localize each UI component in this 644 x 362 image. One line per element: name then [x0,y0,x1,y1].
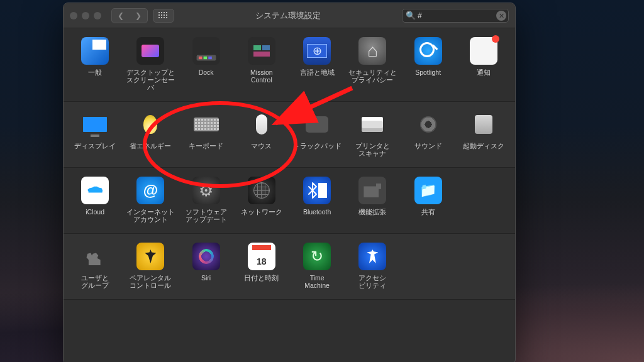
pref-pane-label: 機能拡張 [358,208,386,223]
pref-pane-label: 起動ディスク [463,142,504,157]
security-icon [358,37,386,65]
pref-pane-general[interactable]: 一般 [67,36,123,92]
pref-pane-label: デスクトップと スクリーンセーバ [124,69,177,91]
pref-pane-label: Bluetooth [303,208,331,223]
pref-pane-label: マウス [251,142,272,157]
show-all-button[interactable] [153,9,174,23]
pref-pane-trackpad[interactable]: トラックパッド [289,109,345,158]
pref-pane-label: 日付と時刻 [244,274,279,289]
pref-pane-tm[interactable]: Time Machine [289,241,345,290]
pref-pane-ext[interactable]: 機能拡張 [345,175,400,224]
pref-pane-keyboard[interactable]: キーボード [179,109,234,158]
pref-pane-a11y[interactable]: アクセシ ビリティ [345,241,400,290]
keyboard-icon [192,111,220,138]
pref-pane-mission[interactable]: Mission Control [234,36,289,92]
internet-icon [136,177,164,204]
a11y-icon [358,243,386,270]
pref-pane-label: ソフトウェア アップデート [186,208,227,223]
pref-pane-label: ユーザと グループ [81,274,109,289]
pref-pane-startup[interactable]: 起動ディスク [456,109,511,158]
pref-pane-label: iCloud [86,208,104,223]
date-icon [248,243,275,270]
pref-pane-spotlight[interactable]: Spotlight [401,36,456,92]
close-window-icon[interactable] [70,12,77,19]
titlebar: ❮ ❯ システム環境設定 🔍 ✕ [64,3,515,28]
pref-pane-printers[interactable]: プリンタと スキャナ [345,109,400,158]
pref-pane-energy[interactable]: 省エネルギー [123,109,178,158]
preference-panes-grid: 一般デスクトップと スクリーンセーバDockMission Control言語と… [64,28,515,362]
pref-pane-label: Siri [201,274,211,289]
parental-icon [136,243,164,270]
trackpad-icon [303,111,331,138]
dock-icon [192,37,220,65]
network-icon [248,177,275,204]
pref-pane-mouse[interactable]: マウス [234,109,289,158]
pref-pane-label: Spotlight [415,69,441,84]
preference-row: 一般デスクトップと スクリーンセーバDockMission Control言語と… [64,28,515,102]
pref-pane-dock[interactable]: Dock [179,36,234,92]
pref-pane-label: ペアレンタル コントロール [130,274,171,289]
preference-row: iCloudインターネット アカウントソフトウェア アップデートネットワークBl… [64,168,515,234]
share-icon [414,177,442,204]
system-preferences-window: ❮ ❯ システム環境設定 🔍 ✕ 一般デスクトップと スクリーンセーバDockM… [63,3,516,362]
preference-row: ユーザと グループペアレンタル コントロールSiri日付と時刻Time Mach… [64,234,515,300]
pref-pane-label: 省エネルギー [130,142,171,157]
energy-icon [136,111,164,138]
pref-pane-label: キーボード [189,142,223,157]
window-title: システム環境設定 [179,10,397,21]
window-controls[interactable] [70,12,101,19]
pref-pane-label: セキュリティと プライバシー [348,69,397,84]
mission-icon [248,37,275,65]
nav-back-forward[interactable]: ❮ ❯ [111,8,148,23]
zoom-window-icon[interactable] [94,12,101,19]
display-icon [81,111,109,138]
pref-pane-share[interactable]: 共有 [401,175,456,224]
pref-pane-label: Time Machine [304,274,330,289]
pref-pane-label: トラックパッド [293,142,341,157]
pref-pane-bt[interactable]: Bluetooth [289,175,345,224]
siri-icon [192,243,220,270]
startup-icon [470,111,497,138]
search-field-wrap[interactable]: 🔍 ✕ [402,9,509,23]
pref-pane-notify[interactable]: 通知 [456,36,511,92]
pref-pane-label: ネットワーク [241,208,282,223]
spotlight-icon [414,37,442,65]
users-icon [81,243,109,270]
pref-pane-label: Mission Control [250,69,273,84]
swupdate-icon [192,177,220,204]
pref-pane-display[interactable]: ディスプレイ [67,109,123,158]
pref-pane-date[interactable]: 日付と時刻 [234,241,289,290]
sound-icon [414,111,442,138]
back-button[interactable]: ❮ [112,9,130,23]
pref-pane-swupdate[interactable]: ソフトウェア アップデート [179,175,234,224]
pref-pane-desktop[interactable]: デスクトップと スクリーンセーバ [123,36,178,92]
pref-pane-siri[interactable]: Siri [179,241,234,290]
pref-pane-sound[interactable]: サウンド [401,109,456,158]
pref-pane-label: 言語と地域 [300,69,335,84]
pref-pane-lang[interactable]: 言語と地域 [289,36,345,92]
pref-pane-users[interactable]: ユーザと グループ [67,241,123,290]
desktop-icon [136,37,164,65]
tm-icon [303,243,331,270]
bt-icon [303,177,331,204]
minimize-window-icon[interactable] [82,12,89,19]
general-icon [81,37,109,65]
forward-button[interactable]: ❯ [130,9,147,23]
clear-search-icon[interactable]: ✕ [496,11,506,21]
pref-pane-internet[interactable]: インターネット アカウント [123,175,178,224]
pref-pane-label: サウンド [414,142,442,157]
pref-pane-parental[interactable]: ペアレンタル コントロール [123,241,178,290]
mouse-icon [248,111,275,138]
ext-icon [358,177,386,204]
pref-pane-security[interactable]: セキュリティと プライバシー [345,36,400,92]
preference-row: ディスプレイ省エネルギーキーボードマウストラックパッドプリンタと スキャナサウン… [64,102,515,168]
pref-pane-label: 一般 [88,69,102,84]
pref-pane-network[interactable]: ネットワーク [234,175,289,224]
printers-icon [358,111,386,138]
notify-icon [470,37,497,65]
search-input[interactable] [402,9,509,23]
pref-pane-icloud[interactable]: iCloud [67,175,123,224]
pref-pane-label: ディスプレイ [74,142,116,157]
pref-pane-label: アクセシ ビリティ [358,274,386,289]
icloud-icon [81,177,109,204]
